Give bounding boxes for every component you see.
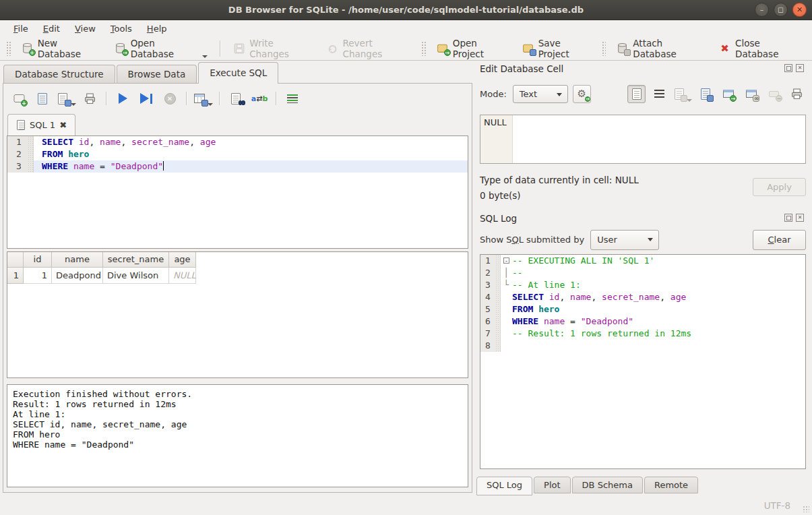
- save-results-dropdown-caret[interactable]: [208, 103, 213, 106]
- tab-database-structure[interactable]: Database Structure: [3, 65, 115, 83]
- cell-value-editor[interactable]: NULL: [480, 115, 806, 164]
- fold-collapse-icon[interactable]: -: [503, 258, 509, 264]
- open-database-dropdown-caret[interactable]: [202, 55, 208, 58]
- open-project-icon: →: [436, 42, 449, 55]
- sql-log-view[interactable]: 1--- EXECUTING ALL IN 'SQL 1'2│--3└-- At…: [480, 254, 806, 469]
- bottom-tab-remote[interactable]: Remote: [644, 477, 698, 493]
- edit-cell-dock-title: Edit Database Cell: [480, 63, 563, 74]
- log-margin: [495, 340, 501, 352]
- open-sql-file-button[interactable]: [34, 90, 51, 107]
- print-icon: [790, 88, 803, 100]
- menu-item-help[interactable]: Help: [140, 22, 174, 35]
- menu-item-view[interactable]: View: [68, 22, 102, 35]
- menu-item-tools[interactable]: Tools: [104, 22, 139, 35]
- mode-select[interactable]: Text: [513, 85, 568, 103]
- dock-close-icon[interactable]: ✕: [796, 64, 804, 72]
- maximize-button[interactable]: ◻: [774, 3, 788, 17]
- toolbar-grip[interactable]: [421, 41, 426, 56]
- dock-float-icon[interactable]: [784, 214, 792, 222]
- editor-text: SELECT id, name, secret_name, age: [34, 136, 468, 148]
- copy-link-button[interactable]: ∞: [742, 85, 760, 103]
- menu-item-file[interactable]: File: [7, 22, 35, 35]
- column-header-name[interactable]: name: [52, 252, 103, 268]
- show-sql-label: Show SQL submitted by: [480, 235, 584, 245]
- close-tab-icon[interactable]: ✖: [59, 120, 67, 130]
- column-header-age[interactable]: age: [169, 252, 196, 268]
- open-project-button[interactable]: → Open Project: [431, 35, 513, 62]
- execute-all-button[interactable]: [114, 90, 131, 107]
- execute-line-button[interactable]: [137, 90, 155, 107]
- dock-close-icon[interactable]: ✕: [796, 214, 804, 222]
- open-database-button[interactable]: → Open Database: [108, 35, 214, 62]
- editor-margin: [28, 148, 34, 160]
- apply-auto-button[interactable]: ⚙→: [573, 85, 591, 103]
- log-line: 7-- Result: 1 rows returned in 12ms: [480, 328, 805, 340]
- results-table[interactable]: idnamesecret_nameage11DeadpondDive Wilso…: [7, 251, 468, 378]
- sql-toolbar-separator: [219, 92, 220, 105]
- table-cell[interactable]: Dive Wilson: [103, 268, 169, 284]
- cell-value-area[interactable]: [513, 115, 805, 163]
- new-sql-tab-button[interactable]: +: [10, 90, 28, 107]
- find-button[interactable]: [227, 90, 245, 107]
- close-database-icon: ✖: [718, 42, 731, 55]
- sql-document-icon: [16, 120, 26, 131]
- submitted-by-select[interactable]: User: [590, 230, 659, 250]
- column-header-id[interactable]: id: [24, 252, 52, 268]
- log-line: 2│--: [480, 267, 805, 279]
- save-project-button[interactable]: Save Project: [516, 35, 597, 62]
- table-cell[interactable]: NULL: [169, 268, 196, 284]
- save-file-dropdown-caret[interactable]: [71, 103, 76, 106]
- sql-tab-label: SQL 1: [30, 120, 55, 130]
- line-number: 6: [480, 315, 495, 328]
- tab-browse-data[interactable]: Browse Data: [117, 65, 197, 83]
- find-replace-button[interactable]: a⇄b: [251, 90, 268, 107]
- resize-grip[interactable]: [803, 506, 809, 512]
- table-cell[interactable]: 1: [24, 268, 52, 284]
- save-results-button[interactable]: [194, 90, 212, 107]
- bottom-tab-sql-log[interactable]: SQL Log: [476, 477, 532, 495]
- minimize-button[interactable]: –: [755, 3, 769, 17]
- find-replace-icon: a⇄b: [253, 92, 266, 105]
- revert-changes-button: Revert Changes: [321, 35, 417, 62]
- format-sql-button[interactable]: [284, 90, 301, 107]
- print-sql-button[interactable]: [81, 90, 98, 107]
- log-margin: [495, 315, 501, 328]
- sql-editor[interactable]: 1SELECT id, name, secret_name, age2FROM …: [7, 135, 468, 249]
- row-header[interactable]: 1: [7, 268, 24, 284]
- dock-float-icon[interactable]: [784, 64, 792, 72]
- line-number: 2: [7, 148, 28, 160]
- log-margin: [495, 279, 501, 291]
- new-database-button[interactable]: + New Database: [15, 35, 106, 62]
- sql-file-tab[interactable]: SQL 1 ✖: [7, 114, 75, 135]
- fold-margin: [501, 303, 512, 315]
- gear-icon: ⚙→: [575, 88, 588, 100]
- table-cell[interactable]: Deadpond: [52, 268, 103, 284]
- column-header-secret-name[interactable]: secret_name: [103, 252, 169, 268]
- close-button[interactable]: ✕: [792, 3, 807, 17]
- print-cell-button[interactable]: [788, 85, 806, 103]
- tab-execute-sql[interactable]: Execute SQL: [198, 62, 278, 84]
- stop-execution-button: ✕: [161, 90, 179, 107]
- close-database-button[interactable]: ✖ Close Database: [713, 35, 808, 62]
- toolbar-grip[interactable]: [6, 41, 11, 56]
- edit-cell-dock-buttons: ✕: [784, 64, 804, 72]
- text-mode-button[interactable]: [627, 85, 646, 103]
- open-external-button[interactable]: →: [719, 85, 737, 103]
- link-icon: ∞: [745, 88, 757, 100]
- bottom-tab-db-schema[interactable]: DB Schema: [572, 477, 643, 493]
- export-data-button[interactable]: [696, 85, 714, 103]
- toolbar-grip[interactable]: [602, 41, 606, 56]
- log-line: 3└-- At line 1:: [480, 279, 805, 291]
- execution-message-box[interactable]: Execution finished without errors. Resul…: [7, 384, 468, 487]
- fold-margin[interactable]: -: [501, 255, 512, 267]
- bottom-tab-plot[interactable]: Plot: [534, 477, 571, 493]
- clear-log-button[interactable]: Clear: [753, 230, 806, 250]
- fold-margin: [501, 291, 512, 303]
- menu-item-edit[interactable]: Edit: [36, 22, 67, 35]
- editor-margin: [28, 160, 34, 173]
- save-as-icon: [699, 88, 712, 100]
- titlebar: DB Browser for SQLite - /home/user/code/…: [0, 0, 812, 20]
- attach-database-button[interactable]: Attach Database: [611, 35, 710, 62]
- word-wrap-button[interactable]: [650, 85, 668, 103]
- save-sql-file-button[interactable]: [57, 90, 75, 107]
